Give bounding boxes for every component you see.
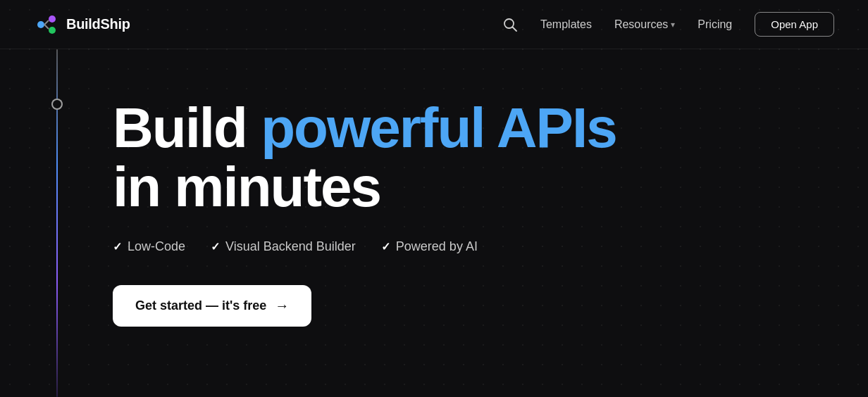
search-icon	[502, 17, 518, 32]
resources-dropdown-icon: ▾	[671, 20, 675, 30]
hero-features-list: ✓ Low-Code ✓ Visual Backend Builder ✓ Po…	[113, 239, 868, 254]
logo-area: BuildShip	[34, 12, 130, 37]
buildship-logo-icon	[34, 12, 59, 37]
navbar-links: Templates Resources ▾ Pricing Open App	[502, 12, 834, 37]
hero-title: Build powerful APIs in minutes	[113, 99, 868, 217]
feature-label-3: Powered by AI	[396, 239, 478, 254]
svg-point-1	[49, 15, 56, 23]
brand-name: BuildShip	[66, 16, 130, 32]
nav-link-resources[interactable]: Resources ▾	[614, 18, 675, 31]
feature-label-1: Low-Code	[128, 239, 185, 254]
hero-title-part3: in minutes	[113, 156, 380, 218]
check-icon-1: ✓	[113, 240, 122, 253]
feature-label-2: Visual Backend Builder	[225, 239, 356, 254]
get-started-button[interactable]: Get started — it's free →	[113, 285, 311, 327]
svg-line-4	[44, 25, 49, 29]
svg-line-3	[44, 20, 49, 25]
svg-point-2	[49, 27, 56, 34]
hero-title-part1: Build	[113, 96, 261, 159]
check-icon-2: ✓	[211, 240, 220, 253]
nav-link-templates[interactable]: Templates	[540, 18, 592, 31]
feature-visual-backend: ✓ Visual Backend Builder	[211, 239, 356, 254]
cta-label: Get started — it's free	[135, 298, 266, 313]
navbar: BuildShip Templates Resources ▾ Pricing …	[0, 0, 868, 49]
feature-powered-by-ai: ✓ Powered by AI	[381, 239, 478, 254]
nav-link-pricing[interactable]: Pricing	[698, 18, 732, 31]
open-app-button[interactable]: Open App	[755, 12, 834, 37]
svg-line-6	[512, 27, 516, 31]
check-icon-3: ✓	[381, 240, 390, 253]
hero-title-part2: powerful APIs	[261, 96, 616, 159]
hero-section: Build powerful APIs in minutes ✓ Low-Cod…	[0, 49, 868, 327]
svg-point-0	[37, 21, 44, 28]
cta-arrow-icon: →	[275, 298, 289, 314]
search-button[interactable]	[502, 17, 518, 32]
feature-low-code: ✓ Low-Code	[113, 239, 185, 254]
